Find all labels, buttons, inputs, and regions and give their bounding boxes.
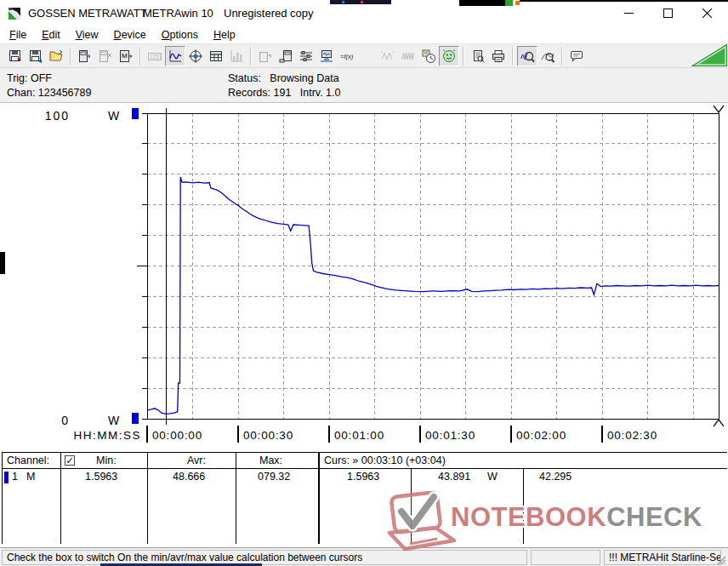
minimize-button[interactable] [609,0,648,26]
timer-clock-button[interactable] [418,46,439,66]
records-count: Records: 191 Intrv. 1.0 [228,87,340,99]
svg-text:0: 0 [61,414,70,427]
svg-text:100: 100 [45,109,70,123]
scope-view-icon [188,49,203,64]
maximize-button[interactable] [648,0,687,26]
trend-chart[interactable]: 00:00:0000:00:3000:01:0000:01:3000:02:00… [0,103,728,452]
status-device-name: !!! METRAHit Starline-Se [604,550,721,565]
save-file-icon [8,49,23,64]
menu-edit[interactable]: Edit [34,27,68,43]
zoom-curve-button[interactable] [537,46,558,66]
svg-text:00:02:00: 00:02:00 [516,429,566,442]
value-cursor2-unit: W [487,471,498,483]
toolbar-separator [561,47,563,66]
scope-view-button[interactable] [185,46,206,66]
col-header-channel: Channel: [7,455,49,466]
trend-chart-panel: 00:00:0000:00:3000:01:0000:01:3000:02:00… [0,103,728,452]
value-cursor1: 1.5963 [347,471,379,483]
wave-multi-button[interactable] [398,46,418,66]
notes-button[interactable] [566,46,587,66]
formula-icon: =f(x) [339,49,355,64]
svg-text:M: M [122,52,128,60]
device-store-icon [278,49,293,64]
table-divider [523,469,524,544]
chan-list: Chan: 123456789 [7,87,91,99]
menu-options[interactable]: Options [154,27,206,43]
bar-view-icon [229,49,244,64]
print-preview-icon [470,49,486,64]
svg-text:00:01:00: 00:01:00 [334,429,384,442]
browse-status: Status: Browsing Data [228,72,339,84]
menu-view[interactable]: View [68,27,106,43]
channel-mode: M [26,471,35,483]
toolbar-separator [250,47,252,66]
online-monitor-button[interactable] [316,46,337,66]
table-view-icon [208,49,224,64]
print-icon [491,49,506,64]
memory-read-button[interactable]: M [116,46,136,66]
value-cursor2: 43.891 [438,471,470,483]
alarm-smiley-icon [441,49,457,64]
close-button[interactable] [687,0,726,26]
device-settings-button[interactable] [296,46,316,66]
save-as-button[interactable] [26,46,46,66]
value-avr: 48.666 [173,471,205,483]
toolbar-separator [70,47,71,66]
table-view-button[interactable] [206,46,226,66]
title-unregistered-note: Unregistered copy [224,0,314,26]
device-store-button[interactable] [276,46,296,66]
open-file-button[interactable] [46,46,66,66]
maximize-icon [663,9,673,18]
table-divider [236,453,236,544]
svg-text:00:00:30: 00:00:30 [243,429,293,442]
table-divider [147,453,148,544]
toolbar-resize-triangle-icon[interactable] [691,44,727,66]
bar-view-button[interactable] [226,46,247,66]
svg-text:00:01:30: 00:01:30 [425,429,475,442]
device-program-button[interactable] [357,46,378,66]
screen-artifact [342,1,344,3]
toolbar-separator [139,47,141,66]
device-settings-icon [299,49,314,64]
screen-artifact [520,0,728,2]
app-window: GOSSEN METRAWATT METRAwin 10 Unregistere… [0,0,728,566]
memory-read-icon: M [118,49,134,64]
table-divider-thick [318,453,320,544]
toolbar-separator [463,47,464,66]
screen-artifact [505,0,513,6]
channel-id: 1 [12,471,18,483]
wave-multi-icon [401,49,416,64]
device-config-read-icon [258,49,273,64]
col-header-avr: Avr: [187,455,206,466]
zoom-curve-icon [540,49,555,64]
numeric-view-icon: 1257 [147,49,162,64]
alarm-smiley-button[interactable] [439,46,459,66]
save-file-button[interactable] [5,46,26,66]
trend-view-button[interactable] [165,46,185,66]
online-monitor-icon [319,49,334,64]
zoom-trend-button[interactable] [517,46,537,66]
value-max: 079.32 [258,471,290,483]
table-divider [60,453,61,544]
timer-clock-icon [421,49,436,64]
value-min: 1.5963 [85,471,117,483]
table-divider [411,469,412,544]
menu-bar: FileEditViewDeviceOptionsHelp [0,26,728,43]
resize-grip-icon[interactable] [716,555,727,566]
formula-button[interactable]: =f(x) [337,46,357,66]
svg-text:1257: 1257 [150,54,162,60]
minmax-between-cursors-checkbox[interactable]: ✓ [65,455,75,466]
menu-device[interactable]: Device [106,27,154,43]
print-preview-button[interactable] [468,46,488,66]
wave-single-icon [380,49,395,64]
wave-single-button[interactable] [378,46,398,66]
menu-help[interactable]: Help [206,27,243,43]
device-clear-icon [98,49,113,64]
device-clear-button[interactable] [95,46,116,66]
numeric-view-button[interactable]: 1257 [145,46,165,66]
menu-file[interactable]: File [2,27,34,43]
device-config-read-button[interactable] [255,46,276,66]
print-button[interactable] [488,46,509,66]
status-message: Check the box to switch On the min/avr/m… [2,550,527,565]
device-read-button[interactable] [75,46,95,66]
